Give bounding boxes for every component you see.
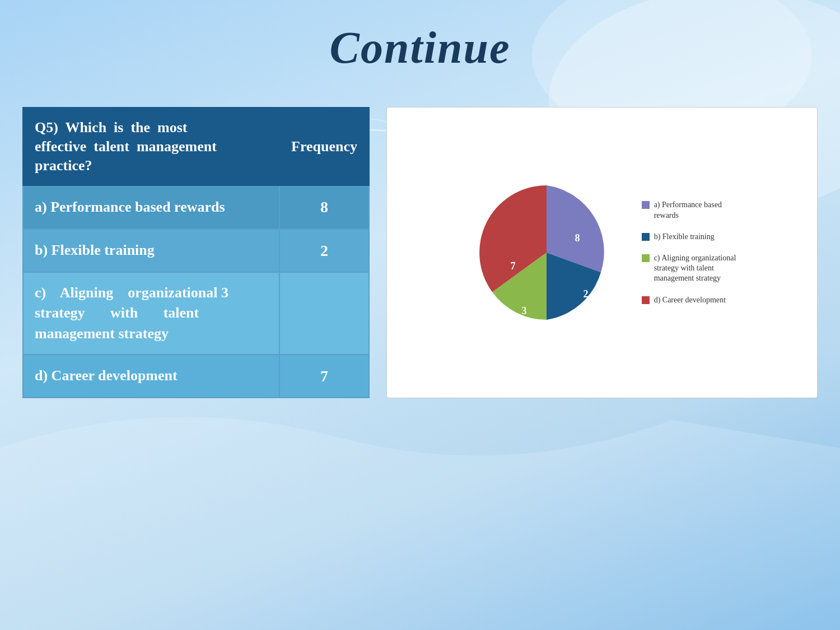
legend-color-b	[642, 233, 650, 241]
question-cell: Q5) Which is the mosteffective talent ma…	[23, 108, 279, 185]
title-section: Continue	[0, 0, 840, 85]
pie-label-d: 7	[510, 260, 515, 272]
pie-chart-container: 8 2 3 7	[468, 174, 625, 331]
pie-label-a: 8	[575, 232, 580, 244]
legend-color-a	[642, 201, 650, 209]
table-row: d) Career development 7	[23, 354, 369, 398]
legend-item-a: a) Performance basedrewards	[642, 200, 736, 220]
legend-text-d: d) Career development	[654, 295, 726, 305]
legend-section: a) Performance basedrewards b) Flexible …	[642, 200, 736, 305]
legend-item-d: d) Career development	[642, 295, 736, 305]
option-a-value: 8	[279, 185, 369, 228]
option-a-label: a) Performance based rewards	[23, 185, 279, 228]
option-d-label: d) Career development	[23, 354, 279, 398]
option-c-label: c) Aligning organizational 3strategy wit…	[23, 272, 279, 354]
legend-item-c: c) Aligning organizationalstrategy with …	[642, 253, 736, 284]
option-d-value: 7	[279, 354, 369, 398]
pie-label-b: 2	[583, 288, 588, 300]
question-text: Q5) Which is the mosteffective talent ma…	[35, 119, 217, 174]
data-table: Q5) Which is the mosteffective talent ma…	[22, 107, 370, 398]
legend-item-b: b) Flexible training	[642, 232, 736, 242]
table-header-row: Q5) Which is the mosteffective talent ma…	[23, 108, 369, 185]
pie-label-c: 3	[521, 305, 526, 316]
legend-color-c	[642, 254, 650, 262]
option-b-value: 2	[279, 229, 369, 272]
table-row: c) Aligning organizational 3strategy wit…	[23, 272, 369, 354]
legend-text-b: b) Flexible training	[654, 232, 715, 242]
chart-section: 8 2 3 7 a) Performance basedrewards b) F…	[386, 107, 818, 398]
legend-text-a: a) Performance basedrewards	[654, 200, 722, 220]
content-area: Q5) Which is the mosteffective talent ma…	[0, 96, 840, 409]
frequency-header: Frequency	[279, 108, 369, 185]
page-title: Continue	[0, 22, 840, 73]
table-section: Q5) Which is the mosteffective talent ma…	[22, 107, 370, 398]
table-row: a) Performance based rewards 8	[23, 185, 369, 228]
option-b-label: b) Flexible training	[23, 229, 279, 272]
legend-text-c: c) Aligning organizationalstrategy with …	[654, 253, 736, 284]
legend-color-d	[642, 296, 650, 304]
page-content: Continue Q5) Which is the mosteffective …	[0, 0, 840, 630]
table-row: b) Flexible training 2	[23, 229, 369, 272]
pie-chart-svg: 8 2 3 7	[468, 174, 625, 331]
option-c-value	[279, 272, 369, 354]
